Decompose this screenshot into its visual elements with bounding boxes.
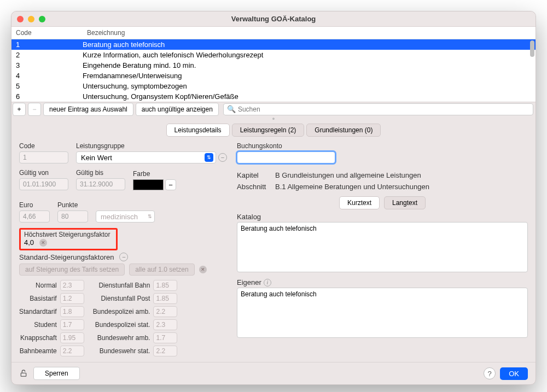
katalog-label: Katalog	[237, 213, 261, 221]
euro-field[interactable]	[19, 210, 50, 223]
collapse-factors-button[interactable]: −	[119, 253, 128, 261]
group-value: Kein Wert	[81, 154, 112, 162]
factor-row: Normal2.3	[19, 280, 84, 291]
table-header: Code Bezeichnung	[11, 27, 536, 39]
add-row-button[interactable]: +	[13, 103, 26, 116]
titlebar: Verwaltung GOÄ-Katalog	[11, 11, 536, 27]
factor-value[interactable]: 1.95	[60, 332, 84, 343]
col-code[interactable]: Code	[11, 27, 83, 39]
max-factor-highlight: Höchstwert Steigerungsfaktor 4,0 ✕	[19, 228, 118, 250]
kapitel-value: B Grundleistungen und allgemeine Leistun…	[275, 171, 421, 179]
table-row[interactable]: 3Eingehende Beratung mind. 10 min.	[11, 60, 536, 71]
code-label: Code	[19, 142, 68, 150]
code-field[interactable]	[19, 151, 68, 163]
factor-value[interactable]: 1.85	[153, 280, 177, 291]
valid-to-label: Gültig bis	[76, 169, 125, 177]
factor-value[interactable]: 2.3	[60, 280, 84, 291]
abschnitt-value: B.1 Allgemeine Beratungen und Untersuchu…	[275, 183, 429, 191]
table-row[interactable]: 1Beratung auch telefonisch	[11, 39, 536, 50]
scroll-thumb[interactable]	[530, 40, 534, 57]
valid-from-field[interactable]	[19, 178, 68, 190]
catalog-table: Code Bezeichnung 1Beratung auch telefoni…	[11, 27, 536, 102]
factor-value[interactable]: 1.7	[153, 332, 177, 343]
table-row[interactable]: 6Untersuchung, Organsystem Kopf/Nieren/G…	[11, 91, 536, 102]
account-field[interactable]	[237, 151, 335, 163]
tab-base[interactable]: Grundleistungen (0)	[306, 124, 381, 137]
factor-row: Standardtarif1.8	[19, 306, 84, 317]
factor-row: Bundeswehr stat.2.2	[93, 346, 178, 356]
factor-row: Knappschaft1.95	[19, 332, 84, 343]
details-pane: Code Leistungsgruppe Kein Wert ⇅ −	[11, 142, 536, 362]
left-column: Code Leistungsgruppe Kein Wert ⇅ −	[19, 142, 227, 356]
factor-value[interactable]: 1.7	[60, 319, 84, 330]
factor-row: Student1.7	[19, 319, 84, 330]
points-label: Punkte	[57, 201, 88, 209]
col-bezeichnung[interactable]: Bezeichnung	[83, 27, 536, 39]
factor-row: Bundespolizei amb.2.2	[93, 306, 178, 317]
info-icon[interactable]: i	[264, 279, 271, 286]
color-label: Farbe	[133, 170, 176, 178]
points-field[interactable]	[57, 210, 88, 223]
footer: Sperren ? OK	[11, 362, 536, 384]
eigener-textarea[interactable]	[237, 288, 528, 338]
remove-row-button[interactable]: −	[28, 103, 41, 116]
chevron-updown-icon: ⇅	[148, 214, 152, 219]
factor-value[interactable]: 2.3	[153, 319, 177, 330]
factor-value[interactable]: 2.2	[153, 346, 177, 356]
set-one-button[interactable]: alle auf 1.0 setzen	[129, 264, 194, 276]
table-row[interactable]: 2Kurze Information, auch telefonisch Wie…	[11, 50, 536, 60]
katalog-textarea[interactable]	[237, 222, 528, 272]
factor-value[interactable]: 1.85	[153, 293, 177, 304]
factor-row: Bundeswehr amb.1.7	[93, 332, 178, 343]
type-select[interactable]: medizinisch ⇅	[96, 210, 155, 223]
factor-value[interactable]: 1.2	[60, 293, 84, 304]
window-title: Verwaltung GOÄ-Katalog	[11, 15, 536, 23]
valid-from-label: Gültig von	[19, 169, 68, 177]
scrollbar[interactable]	[530, 40, 534, 101]
help-button[interactable]: ?	[484, 367, 496, 379]
lock-icon[interactable]	[19, 369, 28, 378]
tab-longtext[interactable]: Langtext	[384, 196, 426, 209]
factor-row: Bahnbeamte2.2	[19, 346, 84, 356]
clear-factors-button[interactable]: ✕	[199, 266, 207, 273]
group-label: Leistungsgruppe	[76, 142, 227, 150]
table-body[interactable]: 1Beratung auch telefonisch2Kurze Informa…	[11, 39, 536, 102]
detail-tabs: Leistungsdetails Leistungsregeln (2) Gru…	[11, 124, 536, 137]
factor-value[interactable]: 1.8	[60, 306, 84, 317]
account-label: Buchungskonto	[237, 142, 335, 150]
eigener-label: Eigener	[237, 278, 261, 286]
factor-row: Bundespolizei stat.2.3	[93, 319, 178, 330]
clear-group-button[interactable]: −	[218, 153, 227, 162]
new-from-selection-button[interactable]: neuer Eintrag aus Auswahl	[43, 103, 133, 116]
valid-to-field[interactable]	[76, 178, 125, 190]
svg-rect-0	[21, 373, 26, 376]
factor-value[interactable]: 2.2	[153, 306, 177, 317]
show-invalid-button[interactable]: auch ungültige anzeigen	[136, 103, 219, 116]
group-select[interactable]: Kein Wert ⇅	[76, 151, 216, 163]
clear-color-button[interactable]: −	[165, 179, 176, 190]
search-icon: 🔍	[227, 105, 236, 113]
factor-row: Dienstunfall Bahn1.85	[93, 280, 178, 291]
tab-rules[interactable]: Leistungsregeln (2)	[232, 124, 305, 137]
table-toolbar: + − neuer Eintrag aus Auswahl auch ungül…	[11, 102, 536, 116]
window: Verwaltung GOÄ-Katalog Code Bezeichnung …	[11, 11, 536, 385]
chevron-updown-icon: ⇅	[205, 153, 213, 162]
lock-button[interactable]: Sperren	[33, 367, 80, 380]
table-row[interactable]: 5Untersuchung, symptombezogen	[11, 81, 536, 91]
factor-row: Dienstunfall Post1.85	[93, 293, 178, 304]
color-swatch[interactable]	[133, 179, 164, 190]
factor-value[interactable]: 2.2	[60, 346, 84, 356]
ok-button[interactable]: OK	[500, 367, 528, 380]
kapitel-label: Kapitel	[237, 171, 270, 179]
set-tariff-button[interactable]: auf Steigerung des Tarifs setzen	[19, 264, 125, 276]
clear-max-factor-button[interactable]: ✕	[39, 239, 47, 247]
search-input[interactable]	[238, 106, 529, 113]
max-factor-value[interactable]: 4,0	[24, 238, 34, 247]
euro-label: Euro	[19, 201, 50, 209]
table-row[interactable]: 4Fremdanamnese/Unterweisung	[11, 71, 536, 81]
splitter-handle[interactable]: ●	[11, 116, 536, 121]
factor-row: Basistarif1.2	[19, 293, 84, 304]
tab-details[interactable]: Leistungsdetails	[166, 124, 230, 137]
tab-shorttext[interactable]: Kurztext	[339, 196, 380, 209]
search-field[interactable]: 🔍	[223, 103, 533, 115]
